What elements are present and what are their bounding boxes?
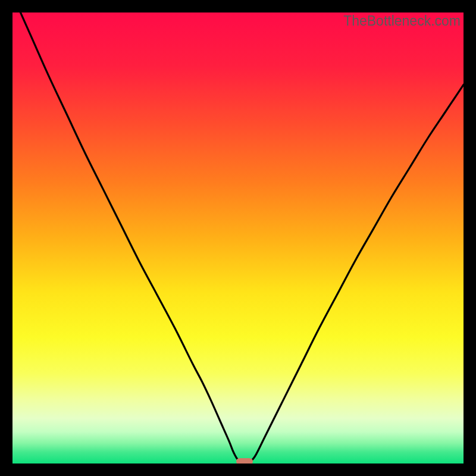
- bottleneck-curve: [12, 12, 464, 464]
- watermark-text: TheBottleneck.com: [343, 13, 461, 29]
- chart-frame: TheBottleneck.com: [7, 7, 469, 469]
- optimal-marker: [236, 458, 253, 464]
- plot-area: [12, 12, 464, 464]
